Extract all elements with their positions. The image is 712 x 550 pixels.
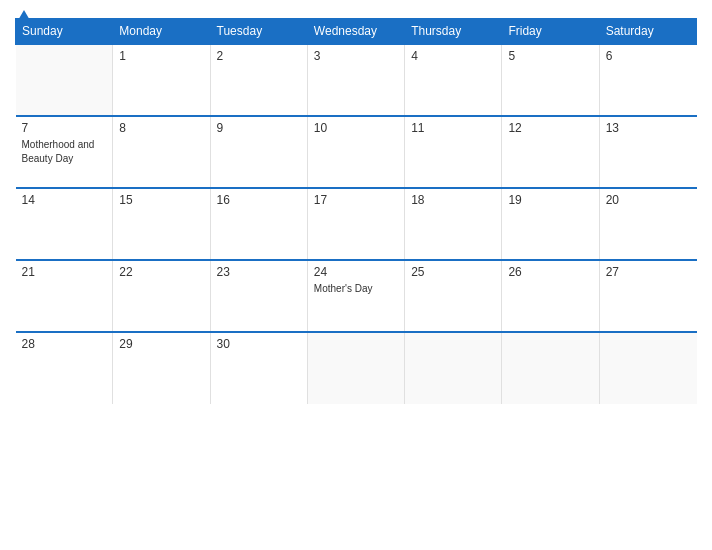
day-number: 28 — [22, 337, 107, 351]
calendar-cell: 1 — [113, 44, 210, 116]
day-number: 9 — [217, 121, 301, 135]
day-number: 1 — [119, 49, 203, 63]
calendar-header-row: SundayMondayTuesdayWednesdayThursdayFrid… — [16, 19, 697, 45]
day-number: 11 — [411, 121, 495, 135]
day-number: 21 — [22, 265, 107, 279]
calendar-cell — [307, 332, 404, 404]
day-number: 12 — [508, 121, 592, 135]
day-number: 6 — [606, 49, 691, 63]
calendar-cell: 23 — [210, 260, 307, 332]
calendar-cell: 14 — [16, 188, 113, 260]
calendar-week-row: 21222324Mother's Day252627 — [16, 260, 697, 332]
day-number: 4 — [411, 49, 495, 63]
logo — [15, 10, 31, 22]
day-number: 14 — [22, 193, 107, 207]
calendar-week-row: 14151617181920 — [16, 188, 697, 260]
event-label: Motherhood and Beauty Day — [22, 139, 95, 164]
day-number: 5 — [508, 49, 592, 63]
calendar-cell: 20 — [599, 188, 696, 260]
calendar-week-row: 282930 — [16, 332, 697, 404]
calendar-cell: 4 — [405, 44, 502, 116]
day-number: 26 — [508, 265, 592, 279]
calendar-cell: 18 — [405, 188, 502, 260]
calendar-cell: 2 — [210, 44, 307, 116]
calendar-week-row: 123456 — [16, 44, 697, 116]
calendar-cell — [405, 332, 502, 404]
calendar-cell: 30 — [210, 332, 307, 404]
calendar-cell: 21 — [16, 260, 113, 332]
day-number: 15 — [119, 193, 203, 207]
calendar-container: SundayMondayTuesdayWednesdayThursdayFrid… — [0, 0, 712, 550]
calendar-cell: 17 — [307, 188, 404, 260]
calendar-cell: 7Motherhood and Beauty Day — [16, 116, 113, 188]
day-number: 27 — [606, 265, 691, 279]
calendar-cell: 11 — [405, 116, 502, 188]
day-number: 7 — [22, 121, 107, 135]
calendar-cell: 8 — [113, 116, 210, 188]
day-number: 17 — [314, 193, 398, 207]
day-number: 2 — [217, 49, 301, 63]
day-number: 25 — [411, 265, 495, 279]
weekday-header: Thursday — [405, 19, 502, 45]
logo-blue-text — [15, 10, 31, 22]
day-number: 23 — [217, 265, 301, 279]
calendar-cell: 19 — [502, 188, 599, 260]
calendar-cell: 12 — [502, 116, 599, 188]
calendar-cell: 25 — [405, 260, 502, 332]
calendar-week-row: 7Motherhood and Beauty Day8910111213 — [16, 116, 697, 188]
event-label: Mother's Day — [314, 283, 373, 294]
calendar-cell: 9 — [210, 116, 307, 188]
calendar-cell: 27 — [599, 260, 696, 332]
calendar-table: SundayMondayTuesdayWednesdayThursdayFrid… — [15, 18, 697, 404]
calendar-cell: 13 — [599, 116, 696, 188]
weekday-header: Tuesday — [210, 19, 307, 45]
calendar-body: 1234567Motherhood and Beauty Day89101112… — [16, 44, 697, 404]
calendar-cell: 26 — [502, 260, 599, 332]
calendar-cell — [502, 332, 599, 404]
day-number: 10 — [314, 121, 398, 135]
calendar-cell: 24Mother's Day — [307, 260, 404, 332]
weekday-header: Friday — [502, 19, 599, 45]
day-number: 29 — [119, 337, 203, 351]
day-number: 13 — [606, 121, 691, 135]
calendar-cell: 22 — [113, 260, 210, 332]
weekday-header: Sunday — [16, 19, 113, 45]
day-number: 20 — [606, 193, 691, 207]
logo-triangle-icon — [17, 10, 31, 22]
calendar-cell — [16, 44, 113, 116]
weekday-header: Monday — [113, 19, 210, 45]
calendar-cell: 28 — [16, 332, 113, 404]
calendar-cell: 6 — [599, 44, 696, 116]
day-number: 3 — [314, 49, 398, 63]
calendar-cell: 3 — [307, 44, 404, 116]
day-number: 22 — [119, 265, 203, 279]
weekday-header: Saturday — [599, 19, 696, 45]
calendar-cell: 10 — [307, 116, 404, 188]
weekday-header: Wednesday — [307, 19, 404, 45]
calendar-cell: 5 — [502, 44, 599, 116]
calendar-cell: 15 — [113, 188, 210, 260]
weekday-header-row: SundayMondayTuesdayWednesdayThursdayFrid… — [16, 19, 697, 45]
day-number: 24 — [314, 265, 398, 279]
day-number: 30 — [217, 337, 301, 351]
day-number: 19 — [508, 193, 592, 207]
calendar-cell — [599, 332, 696, 404]
calendar-cell: 16 — [210, 188, 307, 260]
day-number: 16 — [217, 193, 301, 207]
day-number: 18 — [411, 193, 495, 207]
calendar-cell: 29 — [113, 332, 210, 404]
day-number: 8 — [119, 121, 203, 135]
